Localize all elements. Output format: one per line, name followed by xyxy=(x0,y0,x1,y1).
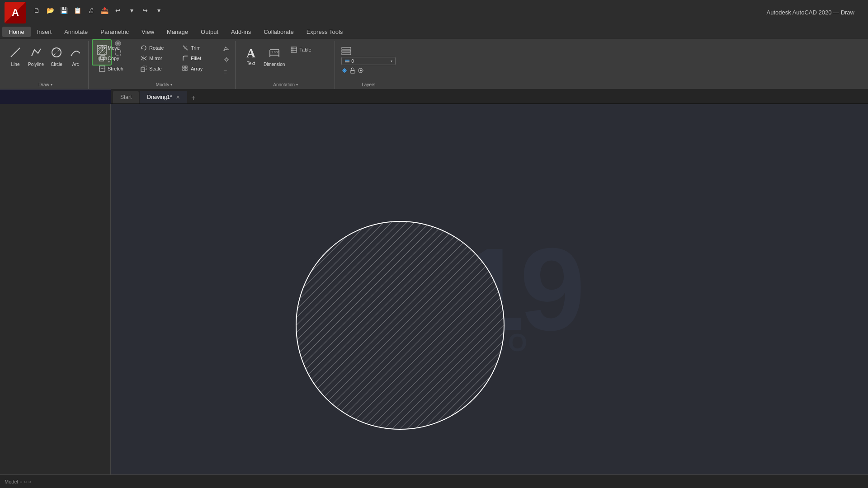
redo-button[interactable]: ↪ xyxy=(139,5,151,16)
quick-access-toolbar: 🗋 📂 💾 📋 🖨 📤 ↩ ▾ ↪ ▾ xyxy=(31,5,165,16)
circle-label: Circle xyxy=(51,62,62,67)
fillet-icon xyxy=(182,55,189,61)
undo-dropdown[interactable]: ▾ xyxy=(126,5,137,16)
left-panel xyxy=(0,104,111,474)
table-button[interactable]: Table xyxy=(288,45,329,55)
draw-dropdown-arrow: ▾ xyxy=(51,83,52,87)
plot-button[interactable]: 📤 xyxy=(99,5,110,16)
open-button[interactable]: 📂 xyxy=(44,5,56,16)
stretch-button[interactable]: Stretch xyxy=(97,64,137,74)
svg-line-0 xyxy=(11,48,20,57)
print-button[interactable]: 🖨 xyxy=(85,5,97,16)
tab-start[interactable]: Start xyxy=(113,91,139,103)
layer-icon xyxy=(344,58,350,64)
layer-controls: 0 ▾ xyxy=(341,43,396,75)
svg-rect-14 xyxy=(99,57,104,61)
mirror-button[interactable]: Mirror xyxy=(138,53,179,63)
dimension-button[interactable]: 1.000 Dimension xyxy=(261,43,288,70)
trim-button[interactable]: Trim xyxy=(180,43,221,53)
svg-rect-20 xyxy=(183,69,184,70)
polyline-button[interactable]: Polyline xyxy=(25,43,47,70)
modify-dropdown-arrow: ▾ xyxy=(170,83,172,87)
annotation-group-label[interactable]: Annotation ▾ xyxy=(273,81,298,89)
svg-rect-19 xyxy=(185,66,187,68)
explode-button[interactable] xyxy=(222,55,231,66)
svg-rect-21 xyxy=(185,69,187,70)
svg-rect-35 xyxy=(291,47,297,52)
saveas-button[interactable]: 📋 xyxy=(71,5,83,16)
layer-properties-icon xyxy=(341,46,351,56)
circle-icon xyxy=(50,46,63,61)
layer-selector[interactable]: 0 ▾ xyxy=(341,57,396,65)
chamfer-button[interactable]: ≡ xyxy=(222,66,231,77)
menu-insert[interactable]: Insert xyxy=(31,27,58,37)
layer-isolate-button[interactable] xyxy=(358,67,364,75)
rotate-button[interactable]: Rotate xyxy=(138,43,179,53)
fillet-button[interactable]: Fillet xyxy=(180,53,221,63)
svg-line-2 xyxy=(53,49,60,56)
layer-dropdown: ▾ xyxy=(391,59,392,63)
circle-button[interactable]: Circle xyxy=(47,43,66,70)
menu-bar: Home Insert Annotate Parametric View Man… xyxy=(0,25,868,39)
annotation-dropdown-arrow: ▾ xyxy=(296,83,298,87)
erase-button[interactable] xyxy=(222,43,231,54)
polyline-icon xyxy=(30,46,42,61)
mirror-icon xyxy=(141,55,147,61)
arc-icon xyxy=(69,46,82,61)
undo-button[interactable]: ↩ xyxy=(112,5,124,16)
line-button[interactable]: Line xyxy=(6,43,24,70)
tab-add-button[interactable]: + xyxy=(188,93,199,103)
ribbon-group-annotation: A Text 1.000 xyxy=(236,41,335,89)
tabs-bar: Start Drawing1* ✕ + xyxy=(111,89,868,104)
drawing-area: 919 ATRO xyxy=(111,104,868,474)
layer-name: 0 xyxy=(351,59,389,64)
menu-annotate[interactable]: Annotate xyxy=(58,27,94,37)
save-button[interactable]: 💾 xyxy=(58,5,70,16)
menu-view[interactable]: View xyxy=(135,27,160,37)
ribbon-group-layers: 0 ▾ xyxy=(336,41,401,89)
polyline-label: Polyline xyxy=(28,62,44,67)
layers-buttons: 0 ▾ xyxy=(341,41,396,81)
move-button[interactable]: Move xyxy=(97,43,137,53)
text-button[interactable]: A Text xyxy=(242,43,260,70)
arc-label: Arc xyxy=(72,62,79,67)
copy-icon xyxy=(99,55,105,61)
rotate-icon xyxy=(141,45,147,51)
menu-home[interactable]: Home xyxy=(2,27,31,37)
menu-express[interactable]: Express Tools xyxy=(300,27,349,37)
svg-rect-39 xyxy=(342,47,351,49)
layers-group-label[interactable]: Layers xyxy=(362,81,375,89)
tab-close-button[interactable]: ✕ xyxy=(176,94,180,100)
layer-freeze-button[interactable] xyxy=(341,67,348,75)
menu-parametric[interactable]: Parametric xyxy=(94,27,135,37)
redo-dropdown[interactable]: ▾ xyxy=(153,5,165,16)
svg-rect-41 xyxy=(342,53,351,55)
menu-collaborate[interactable]: Collaborate xyxy=(257,27,300,37)
move-icon xyxy=(99,45,105,51)
drawing-canvas[interactable] xyxy=(111,104,868,474)
line-icon xyxy=(9,46,22,61)
tab-drawing1[interactable]: Drawing1* ✕ xyxy=(140,91,187,103)
menu-manage[interactable]: Manage xyxy=(160,27,194,37)
svg-rect-13 xyxy=(101,56,105,60)
arc-button[interactable]: Arc Hatch xyxy=(66,43,85,70)
svg-rect-50 xyxy=(111,104,868,474)
new-button[interactable]: 🗋 xyxy=(31,5,42,16)
modify-extras: ≡ xyxy=(222,43,231,77)
svg-rect-43 xyxy=(345,61,349,62)
menu-addins[interactable]: Add-ins xyxy=(225,27,257,37)
draw-group-label[interactable]: Draw ▾ xyxy=(38,81,52,89)
status-bar: Model ○ ○ ○ xyxy=(0,474,868,488)
menu-output[interactable]: Output xyxy=(194,27,225,37)
line-label: Line xyxy=(11,62,20,67)
modify-group-label[interactable]: Modify ▾ xyxy=(156,81,172,89)
svg-rect-18 xyxy=(183,66,184,68)
copy-button[interactable]: Copy xyxy=(97,53,137,63)
layer-properties-button[interactable] xyxy=(341,46,396,56)
array-icon xyxy=(182,66,189,72)
ribbon: Home Insert Annotate Parametric View Man… xyxy=(0,25,868,89)
array-button[interactable]: Array xyxy=(180,64,221,74)
scale-button[interactable]: Scale xyxy=(138,64,179,74)
layer-lock-button[interactable] xyxy=(349,67,356,75)
autocad-logo: A xyxy=(5,2,26,23)
